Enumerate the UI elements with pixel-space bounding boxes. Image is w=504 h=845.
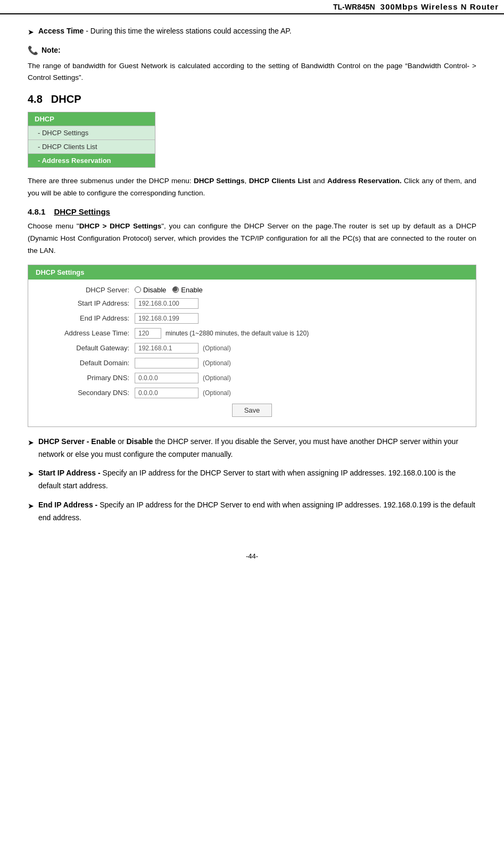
dhcp-server-bullet: ➤ DHCP Server - Enable or Disable the DH… <box>28 436 476 461</box>
bullet-arrow-icon: ➤ <box>28 26 34 38</box>
gateway-note: (Optional) <box>203 344 231 352</box>
page-number: -44- <box>246 552 258 560</box>
gateway-input[interactable] <box>135 343 199 354</box>
note-text: The range of bandwidth for Guest Network… <box>28 60 476 84</box>
start-ip-bullet: ➤ Start IP Address - Specify an IP addre… <box>28 467 476 493</box>
note-label: 📞 Note: <box>28 43 476 58</box>
bullet-arrow-icon-4: ➤ <box>28 500 34 512</box>
model-name: TL-WR845N <box>333 3 375 11</box>
dhcp-settings-header: DHCP Settings <box>28 265 476 280</box>
primary-dns-input[interactable] <box>135 373 199 383</box>
menu-dhcp-header[interactable]: DHCP <box>28 112 155 126</box>
primary-label: Primary DNS: <box>44 374 129 382</box>
access-time-bullet: ➤ Access Time - During this time the wir… <box>28 25 476 38</box>
primary-dns-row: Primary DNS: (Optional) <box>44 373 460 383</box>
secondary-label: Secondary DNS: <box>44 389 129 397</box>
radio-enable-label: Enable <box>181 286 202 294</box>
end-ip-text: End IP Address - Specify an IP address f… <box>38 499 476 524</box>
end-ip-input[interactable] <box>135 313 199 324</box>
radio-disable[interactable]: Disable <box>135 286 166 294</box>
dhcp-menu-box: DHCP - DHCP Settings - DHCP Clients List… <box>28 112 155 168</box>
main-content: ➤ Access Time - During this time the wir… <box>0 20 504 542</box>
dhcp-server-label: DHCP Server: <box>44 286 129 294</box>
dhcp-settings-box: DHCP Settings DHCP Server: Disable Enabl… <box>28 265 476 427</box>
end-ip-row: End IP Address: <box>44 313 460 324</box>
note-icon: 📞 <box>28 43 38 58</box>
start-ip-label: Start IP Address: <box>44 299 129 307</box>
access-time-text: Access Time - During this time the wirel… <box>38 25 292 37</box>
domain-note: (Optional) <box>203 359 231 367</box>
lease-note: minutes (1~2880 minutes, the default val… <box>166 330 309 337</box>
dhcp-form: DHCP Server: Disable Enable Start IP Add… <box>28 280 476 426</box>
gateway-row: Default Gateway: (Optional) <box>44 343 460 354</box>
end-ip-label: End IP Address: <box>44 314 129 322</box>
dhcp-server-row: DHCP Server: Disable Enable <box>44 286 460 294</box>
domain-row: Default Domain: (Optional) <box>44 358 460 368</box>
bullet-arrow-icon-3: ➤ <box>28 468 34 480</box>
radio-disable-icon <box>135 286 141 293</box>
section-481-heading: 4.8.1 DHCP Settings <box>28 207 476 216</box>
start-ip-text: Start IP Address - Specify an IP address… <box>38 467 476 493</box>
primary-note: (Optional) <box>203 374 231 382</box>
radio-enable-icon <box>172 286 179 293</box>
radio-enable[interactable]: Enable <box>172 286 202 294</box>
radio-disable-label: Disable <box>143 286 166 294</box>
intro-paragraph: There are three submenus under the DHCP … <box>28 175 476 200</box>
end-ip-bullet: ➤ End IP Address - Specify an IP address… <box>28 499 476 524</box>
secondary-dns-input[interactable] <box>135 388 199 398</box>
menu-address-reservation[interactable]: - Address Reservation <box>28 153 155 167</box>
lease-label: Address Lease Time: <box>44 329 129 337</box>
domain-label: Default Domain: <box>44 359 129 367</box>
note-block: 📞 Note: The range of bandwidth for Guest… <box>28 43 476 84</box>
save-btn-row: Save <box>44 404 460 417</box>
gateway-label: Default Gateway: <box>44 344 129 352</box>
menu-dhcp-settings[interactable]: - DHCP Settings <box>28 126 155 140</box>
section-48-heading: 4.8 DHCP <box>28 93 476 105</box>
page-header: TL-WR845N 300Mbps Wireless N Router <box>0 0 504 14</box>
dhcp-server-text: DHCP Server - Enable or Disable the DHCP… <box>38 436 476 461</box>
choose-menu-text: Choose menu "DHCP > DHCP Settings", you … <box>28 220 476 257</box>
lease-input[interactable] <box>135 328 161 339</box>
bullet-arrow-icon-2: ➤ <box>28 437 34 448</box>
lease-time-row: Address Lease Time: minutes (1~2880 minu… <box>44 328 460 339</box>
dhcp-radio-group: Disable Enable <box>135 286 203 294</box>
page-footer: -44- <box>0 552 504 560</box>
header-title: 300Mbps Wireless N Router <box>381 2 499 11</box>
save-button[interactable]: Save <box>232 404 272 417</box>
start-ip-row: Start IP Address: <box>44 298 460 309</box>
domain-input[interactable] <box>135 358 199 368</box>
secondary-dns-row: Secondary DNS: (Optional) <box>44 388 460 398</box>
secondary-note: (Optional) <box>203 389 231 397</box>
menu-dhcp-clients[interactable]: - DHCP Clients List <box>28 140 155 153</box>
start-ip-input[interactable] <box>135 298 199 309</box>
